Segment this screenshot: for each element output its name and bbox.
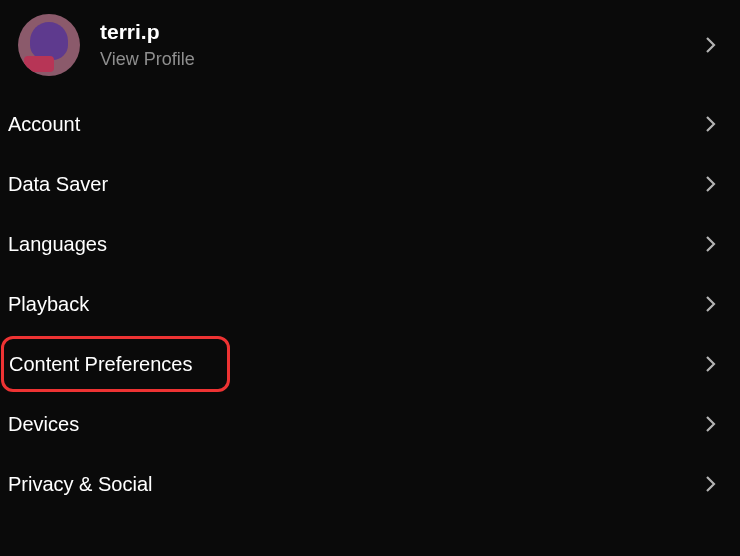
menu-item-languages[interactable]: Languages bbox=[0, 214, 740, 274]
profile-subtitle: View Profile bbox=[100, 47, 698, 72]
profile-row[interactable]: terri.p View Profile bbox=[0, 0, 740, 94]
chevron-right-icon bbox=[698, 292, 722, 316]
chevron-right-icon bbox=[698, 412, 722, 436]
menu-item-privacy-social[interactable]: Privacy & Social bbox=[0, 454, 740, 514]
menu-item-label: Privacy & Social bbox=[8, 473, 153, 496]
chevron-right-icon bbox=[698, 352, 722, 376]
avatar bbox=[18, 14, 80, 76]
menu-item-account[interactable]: Account bbox=[0, 94, 740, 154]
chevron-right-icon bbox=[698, 172, 722, 196]
chevron-right-icon bbox=[698, 472, 722, 496]
menu-item-label: Devices bbox=[8, 413, 79, 436]
menu-item-data-saver[interactable]: Data Saver bbox=[0, 154, 740, 214]
menu-item-label: Content Preferences bbox=[8, 353, 192, 376]
menu-item-label: Account bbox=[8, 113, 80, 136]
menu-item-playback[interactable]: Playback bbox=[0, 274, 740, 334]
menu-item-label: Playback bbox=[8, 293, 89, 316]
menu-item-label: Data Saver bbox=[8, 173, 108, 196]
chevron-right-icon bbox=[698, 33, 722, 57]
profile-name: terri.p bbox=[100, 18, 698, 45]
menu-item-devices[interactable]: Devices bbox=[0, 394, 740, 454]
profile-text: terri.p View Profile bbox=[100, 18, 698, 72]
chevron-right-icon bbox=[698, 232, 722, 256]
chevron-right-icon bbox=[698, 112, 722, 136]
menu-item-content-preferences[interactable]: Content Preferences bbox=[0, 334, 740, 394]
menu-item-label: Languages bbox=[8, 233, 107, 256]
